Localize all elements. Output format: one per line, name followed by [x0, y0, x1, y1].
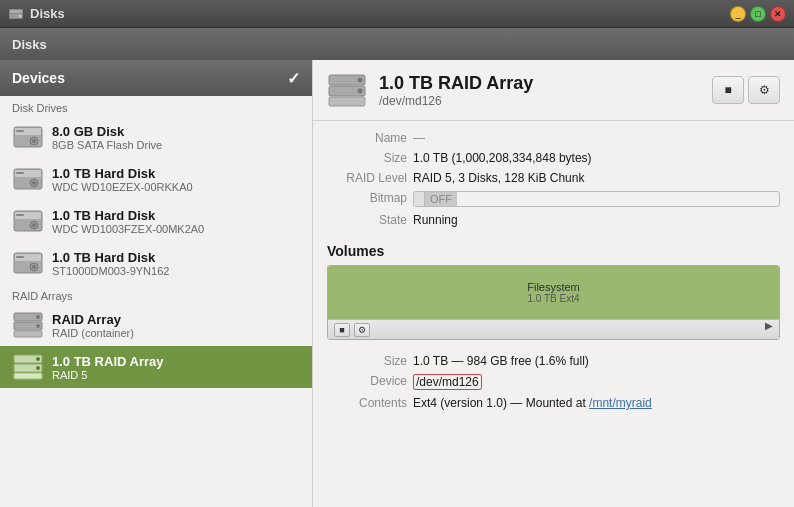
- raid-level-label: RAID Level: [327, 169, 407, 187]
- panel-title: 1.0 TB RAID Array: [379, 73, 533, 94]
- maximize-button[interactable]: □: [750, 6, 766, 22]
- disk3-name: 1.0 TB Hard Disk: [52, 208, 204, 223]
- right-panel: 1.0 TB RAID Array /dev/md126 ■ ⚙ Name — …: [313, 60, 794, 507]
- panel-title-area: 1.0 TB RAID Array /dev/md126: [327, 70, 533, 110]
- svg-point-27: [36, 315, 40, 319]
- panel-actions: ■ ⚙: [712, 76, 780, 104]
- svg-rect-13: [16, 172, 24, 174]
- svg-point-37: [358, 78, 363, 83]
- bitmap-toggle-off: [414, 192, 425, 206]
- raid1-sub: RAID (container): [52, 327, 134, 339]
- disk2-icon: [12, 163, 44, 195]
- svg-point-3: [19, 14, 22, 17]
- disk3-text: 1.0 TB Hard Disk WDC WD1003FZEX-00MK2A0: [52, 208, 204, 235]
- panel-subtitle: /dev/md126: [379, 94, 533, 108]
- raid1-name: RAID Array: [52, 312, 134, 327]
- app-header-label: Disks: [12, 37, 47, 52]
- disk4-text: 1.0 TB Hard Disk ST1000DM003-9YN162: [52, 250, 169, 277]
- vol-device-value: /dev/md126: [413, 372, 780, 392]
- sidebar-check-icon: ✓: [287, 69, 300, 88]
- svg-point-12: [32, 181, 36, 185]
- volume-stop-button[interactable]: ■: [334, 323, 350, 337]
- size-value: 1.0 TB (1,000,208,334,848 bytes): [413, 149, 780, 167]
- sidebar-item-disk4[interactable]: 1.0 TB Hard Disk ST1000DM003-9YN162: [0, 242, 312, 284]
- vol-contents-label: Contents: [327, 394, 407, 412]
- panel-title-text: 1.0 TB RAID Array /dev/md126: [379, 73, 533, 108]
- bitmap-toggle-on: OFF: [425, 192, 457, 206]
- disk3-icon: [12, 205, 44, 237]
- disk2-text: 1.0 TB Hard Disk WDC WD10EZEX-00RKKA0: [52, 166, 193, 193]
- volumes-section: Volumes Filesystem 1.0 TB Ext4 ■ ⚙ ▶: [313, 237, 794, 348]
- vol-size-value: 1.0 TB — 984 GB free (1.6% full): [413, 352, 780, 370]
- svg-rect-26: [14, 331, 42, 337]
- raid-level-value: RAID 5, 3 Disks, 128 KiB Chunk: [413, 169, 780, 187]
- svg-rect-36: [329, 97, 365, 106]
- svg-point-17: [32, 223, 36, 227]
- disk1-sub: 8GB SATA Flash Drive: [52, 139, 162, 151]
- svg-rect-18: [16, 214, 24, 216]
- sidebar-header: Devices ✓: [0, 60, 312, 96]
- raid2-icon: [12, 351, 44, 383]
- app-icon: [8, 6, 24, 22]
- disk1-name: 8.0 GB Disk: [52, 124, 162, 139]
- volumes-title: Volumes: [327, 243, 780, 259]
- sidebar-item-disk3[interactable]: 1.0 TB Hard Disk WDC WD1003FZEX-00MK2A0: [0, 200, 312, 242]
- volume-bar-fill: Filesystem 1.0 TB Ext4: [328, 266, 779, 319]
- disk2-sub: WDC WD10EZEX-00RKKA0: [52, 181, 193, 193]
- svg-point-22: [32, 265, 36, 269]
- bitmap-toggle[interactable]: OFF: [413, 191, 780, 207]
- info-grid: Name — Size 1.0 TB (1,000,208,334,848 by…: [313, 121, 794, 237]
- disk2-name: 1.0 TB Hard Disk: [52, 166, 193, 181]
- mount-link[interactable]: /mnt/myraid: [589, 396, 652, 410]
- volume-arrow-icon: ▶: [761, 317, 777, 333]
- svg-rect-23: [16, 256, 24, 258]
- volume-gear-button[interactable]: ⚙: [354, 323, 370, 337]
- stop-button[interactable]: ■: [712, 76, 744, 104]
- volume-details: Size 1.0 TB — 984 GB free (1.6% full) De…: [313, 348, 794, 416]
- disk1-icon: [12, 121, 44, 153]
- name-value: —: [413, 129, 780, 147]
- size-label: Size: [327, 149, 407, 167]
- app-header: Disks: [0, 28, 794, 60]
- bitmap-label: Bitmap: [327, 189, 407, 209]
- name-label: Name: [327, 129, 407, 147]
- svg-rect-8: [16, 130, 24, 132]
- raid1-text: RAID Array RAID (container): [52, 312, 134, 339]
- svg-point-32: [36, 357, 40, 361]
- svg-point-7: [32, 139, 36, 143]
- disk4-sub: ST1000DM003-9YN162: [52, 265, 169, 277]
- window-controls[interactable]: _ □ ✕: [730, 6, 786, 22]
- disk4-icon: [12, 247, 44, 279]
- sidebar-item-raid2[interactable]: 1.0 TB RAID Array RAID 5: [0, 346, 312, 388]
- vol-device-label: Device: [327, 372, 407, 392]
- sidebar-item-disk2[interactable]: 1.0 TB Hard Disk WDC WD10EZEX-00RKKA0: [0, 158, 312, 200]
- svg-point-38: [358, 89, 363, 94]
- raid2-sub: RAID 5: [52, 369, 164, 381]
- app-container: Disks Devices ✓ Disk Drives 8.0 GB: [0, 28, 794, 507]
- raid2-text: 1.0 TB RAID Array RAID 5: [52, 354, 164, 381]
- window-title: Disks: [30, 6, 724, 21]
- state-value: Running: [413, 211, 780, 229]
- settings-button[interactable]: ⚙: [748, 76, 780, 104]
- close-button[interactable]: ✕: [770, 6, 786, 22]
- disk-drives-label: Disk Drives: [0, 96, 312, 116]
- raid2-name: 1.0 TB RAID Array: [52, 354, 164, 369]
- minimize-button[interactable]: _: [730, 6, 746, 22]
- vol-contents-value: Ext4 (version 1.0) — Mounted at /mnt/myr…: [413, 394, 780, 412]
- volume-bottom-bar: ■ ⚙ ▶: [328, 319, 779, 339]
- volume-bar-container: Filesystem 1.0 TB Ext4 ■ ⚙ ▶: [327, 265, 780, 340]
- volume-filesystem-size: 1.0 TB Ext4: [527, 293, 579, 304]
- disk1-text: 8.0 GB Disk 8GB SATA Flash Drive: [52, 124, 162, 151]
- contents-text: Ext4 (version 1.0) — Mounted at: [413, 396, 589, 410]
- sidebar-item-raid1[interactable]: RAID Array RAID (container): [0, 304, 312, 346]
- disk3-sub: WDC WD1003FZEX-00MK2A0: [52, 223, 204, 235]
- svg-point-28: [36, 324, 40, 328]
- vol-size-label: Size: [327, 352, 407, 370]
- sidebar-item-disk1[interactable]: 8.0 GB Disk 8GB SATA Flash Drive: [0, 116, 312, 158]
- bitmap-value: OFF: [413, 189, 780, 209]
- sidebar: Devices ✓ Disk Drives 8.0 GB Disk 8GB SA…: [0, 60, 313, 507]
- panel-header: 1.0 TB RAID Array /dev/md126 ■ ⚙: [313, 60, 794, 121]
- state-label: State: [327, 211, 407, 229]
- device-highlight: /dev/md126: [413, 374, 482, 390]
- disk4-name: 1.0 TB Hard Disk: [52, 250, 169, 265]
